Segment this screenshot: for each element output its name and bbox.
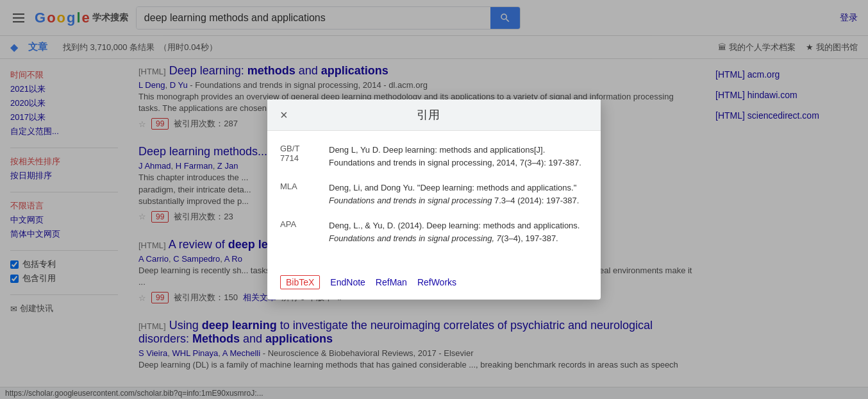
citation-style-gbt: GB/T 7714 [280, 144, 319, 169]
citation-style-mla: MLA [280, 182, 319, 207]
citation-apa: APA Deng, L., & Yu, D. (2014). Deep lear… [280, 219, 588, 244]
bibtex-button[interactable]: BibTeX [280, 275, 320, 289]
refworks-button[interactable]: RefWorks [417, 277, 456, 287]
modal-footer: BibTeX EndNote RefMan RefWorks [267, 270, 601, 300]
modal-header: × 引用 [267, 99, 601, 131]
citation-modal: × 引用 GB/T 7714 Deng L, Yu D. Deep learni… [267, 99, 601, 300]
citation-style-apa: APA [280, 219, 319, 244]
citation-text-mla: Deng, Li, and Dong Yu. "Deep learning: m… [329, 182, 588, 207]
modal-close-button[interactable]: × [280, 108, 288, 121]
modal-body: GB/T 7714 Deng L, Yu D. Deep learning: m… [267, 131, 601, 270]
citation-mla: MLA Deng, Li, and Dong Yu. "Deep learnin… [280, 182, 588, 207]
modal-title: 引用 [288, 107, 569, 123]
citation-text-apa: Deng, L., & Yu, D. (2014). Deep learning… [329, 219, 588, 244]
citation-gbt: GB/T 7714 Deng L, Yu D. Deep learning: m… [280, 144, 588, 169]
modal-overlay[interactable]: × 引用 GB/T 7714 Deng L, Yu D. Deep learni… [0, 0, 868, 392]
citation-text-gbt: Deng L, Yu D. Deep learning: methods and… [329, 144, 588, 169]
endnote-button[interactable]: EndNote [330, 277, 365, 287]
refman-button[interactable]: RefMan [376, 277, 407, 287]
